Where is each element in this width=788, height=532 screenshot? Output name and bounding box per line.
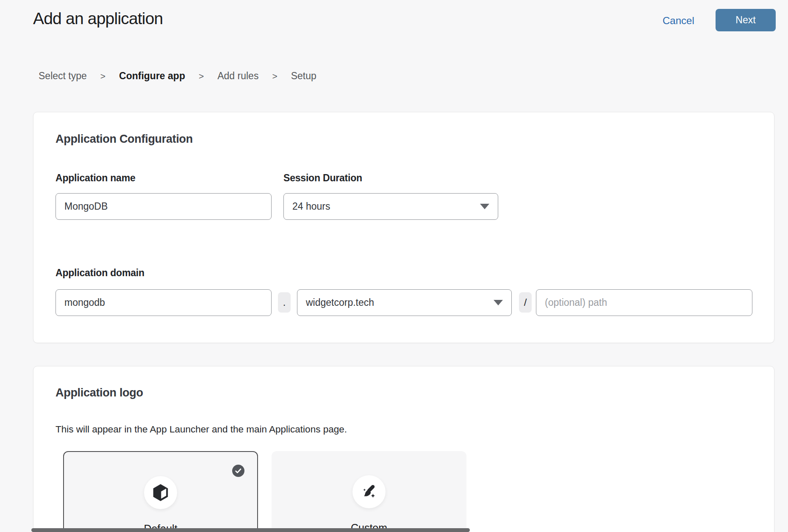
dot-separator: . (278, 292, 291, 313)
page-title: Add an application (33, 9, 163, 28)
section-title-application-logo: Application logo (55, 386, 143, 399)
path-input[interactable] (536, 289, 752, 316)
breadcrumb-step-select-type[interactable]: Select type (39, 70, 87, 82)
application-logo-description: This will appear in the App Launcher and… (55, 424, 347, 435)
session-duration-select[interactable]: 24 hours (283, 193, 498, 220)
domain-select[interactable]: widgetcorp.tech (297, 289, 512, 316)
chevron-down-icon (480, 204, 489, 209)
default-logo-badge (144, 476, 177, 509)
chevron-down-icon (494, 300, 503, 305)
horizontal-scrollbar-thumb[interactable] (31, 528, 470, 532)
cube-icon (151, 483, 170, 502)
cancel-button[interactable]: Cancel (660, 14, 697, 27)
custom-logo-badge (352, 475, 386, 508)
breadcrumb-step-add-rules[interactable]: Add rules (217, 70, 258, 82)
application-name-label: Application name (55, 172, 136, 184)
chevron-right-icon: > (272, 71, 277, 81)
application-domain-label: Application domain (55, 267, 144, 279)
session-duration-value: 24 hours (292, 201, 330, 212)
application-configuration-card: Application Configuration Application na… (33, 112, 774, 343)
paintbrush-icon (360, 482, 378, 501)
next-button[interactable]: Next (716, 9, 776, 31)
application-logo-card: Application logo This will appear in the… (33, 366, 774, 532)
chevron-right-icon: > (100, 71, 105, 81)
subdomain-input[interactable] (55, 289, 272, 316)
logo-option-default[interactable]: Default (63, 451, 258, 532)
application-name-input[interactable] (55, 193, 272, 220)
section-title-application-configuration: Application Configuration (55, 133, 193, 146)
breadcrumb-step-setup[interactable]: Setup (291, 70, 316, 82)
logo-option-custom[interactable]: Custom (272, 451, 466, 532)
breadcrumb: Select type > Configure app > Add rules … (39, 70, 316, 82)
slash-separator: / (519, 292, 532, 313)
chevron-right-icon: > (199, 71, 204, 81)
session-duration-label: Session Duration (283, 172, 362, 184)
check-circle-icon (232, 465, 244, 477)
domain-select-value: widgetcorp.tech (306, 297, 374, 308)
breadcrumb-step-configure-app[interactable]: Configure app (119, 70, 185, 82)
